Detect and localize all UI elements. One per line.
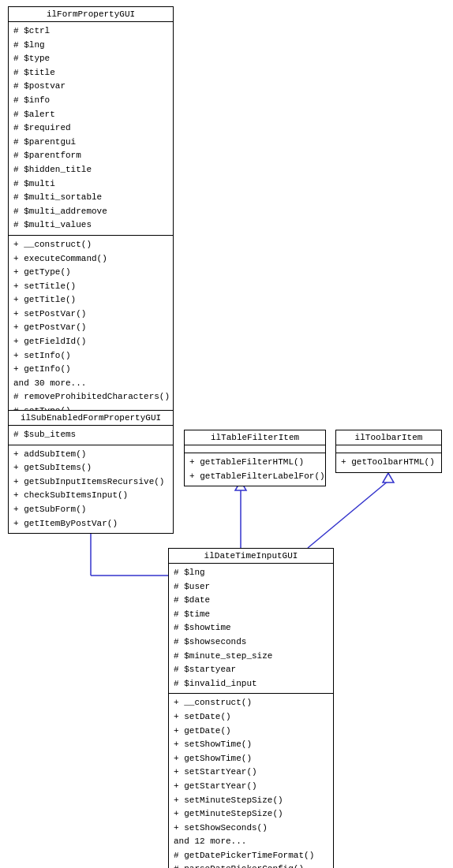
il-table-filter-item-methods: + getTableFilterHTML() + getTableFilterL… bbox=[185, 453, 325, 486]
il-form-property-gui-attributes: # $ctrl # $lng # $type # $title # $postv… bbox=[9, 22, 173, 236]
il-table-filter-item-box: ilTableFilterItem + getTableFilterHTML()… bbox=[184, 430, 326, 486]
il-sub-enabled-form-property-gui-title: ilSubEnabledFormPropertyGUI bbox=[9, 411, 173, 426]
il-date-time-input-gui-methods: + __construct() + setDate() + getDate() … bbox=[169, 694, 333, 868]
il-date-time-input-gui-box: ilDateTimeInputGUI # $lng # $user # $dat… bbox=[168, 548, 334, 868]
il-date-time-input-gui-title: ilDateTimeInputGUI bbox=[169, 549, 333, 564]
il-form-property-gui-methods: + __construct() + executeCommand() + get… bbox=[9, 236, 173, 434]
svg-line-7 bbox=[308, 481, 388, 548]
diagram-container: ilFormPropertyGUI # $ctrl # $lng # $type… bbox=[0, 0, 453, 868]
il-toolbar-item-title: ilToolbarItem bbox=[336, 430, 441, 445]
svg-marker-8 bbox=[383, 473, 394, 482]
il-form-property-gui-box: ilFormPropertyGUI # $ctrl # $lng # $type… bbox=[8, 6, 174, 435]
il-sub-enabled-methods: + addSubItem() + getSubItems() + getSubI… bbox=[9, 445, 173, 534]
il-table-filter-item-title: ilTableFilterItem bbox=[185, 430, 325, 445]
il-date-time-input-gui-attributes: # $lng # $user # $date # $time # $showti… bbox=[169, 564, 333, 694]
il-toolbar-item-attributes bbox=[336, 445, 441, 453]
il-table-filter-item-attributes bbox=[185, 445, 325, 453]
il-form-property-gui-title: ilFormPropertyGUI bbox=[9, 7, 173, 22]
il-toolbar-item-methods: + getToolbarHTML() bbox=[336, 453, 441, 472]
il-sub-enabled-attributes: # $sub_items bbox=[9, 426, 173, 445]
il-toolbar-item-box: ilToolbarItem + getToolbarHTML() bbox=[335, 430, 442, 473]
il-sub-enabled-form-property-gui-box: ilSubEnabledFormPropertyGUI # $sub_items… bbox=[8, 410, 174, 534]
